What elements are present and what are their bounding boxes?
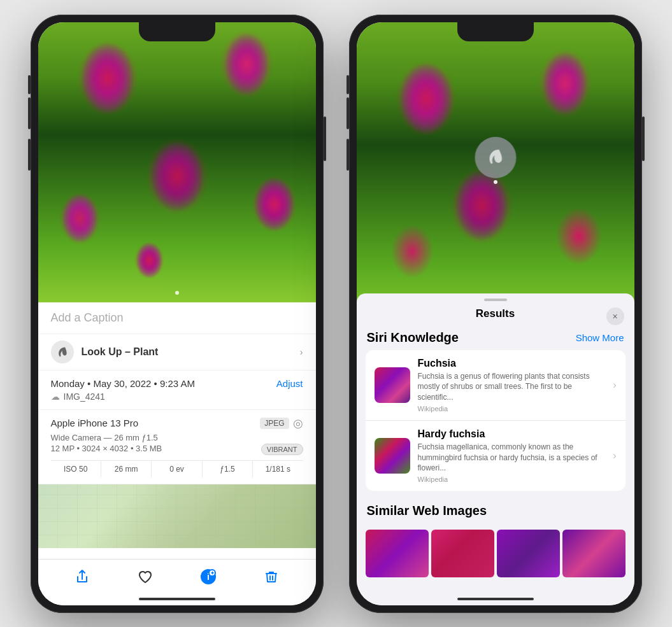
web-images-title: Similar Web Images	[367, 504, 487, 518]
format-badge: JPEG	[260, 418, 289, 429]
phone2-notch	[457, 22, 534, 41]
siri-knowledge-section: Siri Knowledge Show More Fuchsia Fuchsia…	[357, 325, 634, 499]
fuchsia-desc: Fuchsia is a genus of flowering plants t…	[418, 371, 606, 403]
results-sheet: Results × Siri Knowledge Show More	[357, 293, 634, 605]
hardy-fuchsia-content: Hardy fuchsia Fuchsia magellanica, commo…	[418, 428, 606, 483]
photo-dot-indicator	[175, 291, 179, 295]
home-indicator	[139, 598, 215, 600]
phone-2-frame: Results × Siri Knowledge Show More	[349, 15, 642, 613]
phone2-vol-up-button[interactable]	[347, 97, 349, 129]
cloud-icon: ☁	[51, 391, 60, 402]
close-icon: ×	[612, 311, 617, 321]
hardy-fuchsia-item[interactable]: Hardy fuchsia Fuchsia magellanica, commo…	[366, 420, 626, 491]
lookup-regular: Plant	[131, 346, 159, 357]
phone-2-screen: Results × Siri Knowledge Show More	[357, 22, 634, 605]
share-button[interactable]	[73, 567, 92, 586]
photo-info-section: Add a Caption Look Up – Plant ›	[38, 302, 316, 548]
sheet-title: Results	[476, 307, 515, 320]
phone2-home-indicator	[457, 598, 534, 600]
vibrant-badge: VIBRANT	[261, 444, 303, 455]
web-images-grid	[366, 530, 626, 577]
flower-image	[38, 22, 316, 302]
phone-notch	[139, 22, 215, 41]
knowledge-card: Fuchsia Fuchsia is a genus of flowering …	[366, 350, 626, 491]
delete-button[interactable]	[262, 567, 281, 586]
camera-mp: 12 MP • 3024 × 4032 • 3.5 MB	[51, 444, 162, 453]
siri-section-header: Siri Knowledge Show More	[366, 325, 626, 350]
hardy-fuchsia-name: Hardy fuchsia	[418, 428, 606, 440]
photo-display[interactable]	[38, 22, 316, 302]
lookup-row[interactable]: Look Up – Plant ›	[38, 334, 316, 370]
fuchsia-source: Wikipedia	[418, 405, 606, 412]
exif-focal: 26 mm	[101, 461, 152, 477]
web-image-3[interactable]	[497, 530, 560, 577]
fuchsia-content: Fuchsia Fuchsia is a genus of flowering …	[418, 358, 606, 412]
badge-group: JPEG ◎	[260, 416, 303, 430]
web-images-header: Similar Web Images	[366, 498, 626, 530]
mute-button[interactable]	[28, 75, 31, 94]
hardy-fuchsia-source: Wikipedia	[418, 476, 606, 483]
phone-1-frame: Add a Caption Look Up – Plant ›	[31, 15, 324, 613]
web-images-section: Similar Web Images	[357, 498, 634, 577]
svg-text:✦: ✦	[210, 570, 215, 576]
hardy-fuchsia-thumbnail	[375, 438, 410, 474]
lookup-arrow: ›	[300, 347, 303, 357]
hardy-fuchsia-chevron: ›	[613, 450, 616, 461]
heart-icon	[138, 569, 153, 584]
date-text: Monday • May 30, 2022 • 9:23 AM	[51, 378, 195, 389]
caption-input[interactable]: Add a Caption	[38, 302, 316, 334]
camera-name-row: Apple iPhone 13 Pro JPEG ◎	[51, 416, 303, 430]
fuchsia-name: Fuchsia	[418, 358, 606, 369]
close-button[interactable]: ×	[606, 307, 624, 325]
exif-aperture: ƒ1.5	[203, 461, 253, 477]
exif-row: ISO 50 26 mm 0 ev ƒ1.5 1/181 s	[51, 460, 303, 477]
camera-info: Apple iPhone 13 Pro JPEG ◎ Wide Camera —…	[38, 410, 316, 484]
location-icon: ◎	[293, 416, 303, 430]
visual-lookup-circle	[475, 137, 516, 178]
camera-name: Apple iPhone 13 Pro	[51, 418, 139, 428]
web-image-2[interactable]	[431, 530, 494, 577]
phone2-power-button[interactable]	[642, 116, 645, 161]
exif-iso: ISO 50	[51, 461, 101, 477]
exif-ev: 0 ev	[152, 461, 202, 477]
phone2-mute-button[interactable]	[347, 75, 349, 94]
visual-search-photo	[357, 22, 634, 328]
leaf-lookup-icon	[485, 147, 506, 167]
caption-placeholder: Add a Caption	[51, 311, 124, 324]
siri-title: Siri Knowledge	[367, 330, 459, 345]
fuchsia-item[interactable]: Fuchsia Fuchsia is a genus of flowering …	[366, 350, 626, 420]
camera-mp-row: 12 MP • 3024 × 4032 • 3.5 MB VIBRANT	[51, 444, 303, 455]
sheet-header: Results ×	[357, 301, 634, 325]
map-area[interactable]	[38, 484, 316, 548]
map-overlay	[38, 484, 316, 548]
info-icon: i ✦	[199, 568, 217, 586]
filename-text: IMG_4241	[64, 391, 105, 402]
power-button[interactable]	[324, 116, 326, 161]
phone-1-screen: Add a Caption Look Up – Plant ›	[38, 22, 316, 605]
lookup-bold: Look Up –	[82, 346, 131, 357]
adjust-button[interactable]: Adjust	[276, 378, 303, 389]
date-row: Monday • May 30, 2022 • 9:23 AM Adjust ☁…	[38, 370, 316, 410]
heart-button[interactable]	[136, 567, 155, 586]
phone2-vol-down-button[interactable]	[347, 139, 349, 171]
filename-line: ☁ IMG_4241	[51, 391, 303, 402]
phones-container: Add a Caption Look Up – Plant ›	[31, 15, 642, 613]
web-image-1[interactable]	[366, 530, 429, 577]
info-button[interactable]: i ✦	[199, 567, 218, 586]
camera-lens: Wide Camera — 26 mm ƒ1.5	[51, 433, 303, 442]
hardy-fuchsia-desc: Fuchsia magellanica, commonly known as t…	[418, 442, 606, 474]
visual-lookup-dot	[494, 180, 497, 184]
lookup-icon	[51, 341, 74, 363]
fuchsia-thumbnail	[375, 367, 410, 403]
vol-up-button[interactable]	[28, 97, 31, 129]
vol-down-button[interactable]	[28, 139, 31, 171]
lookup-text: Look Up – Plant	[82, 346, 159, 358]
leaf-icon	[56, 346, 69, 358]
date-line: Monday • May 30, 2022 • 9:23 AM Adjust	[51, 378, 303, 389]
web-image-4[interactable]	[562, 530, 626, 577]
show-more-button[interactable]: Show More	[576, 332, 624, 343]
trash-icon	[264, 569, 279, 584]
exif-shutter: 1/181 s	[253, 461, 303, 477]
share-icon	[75, 569, 90, 584]
fuchsia-chevron: ›	[613, 379, 616, 391]
